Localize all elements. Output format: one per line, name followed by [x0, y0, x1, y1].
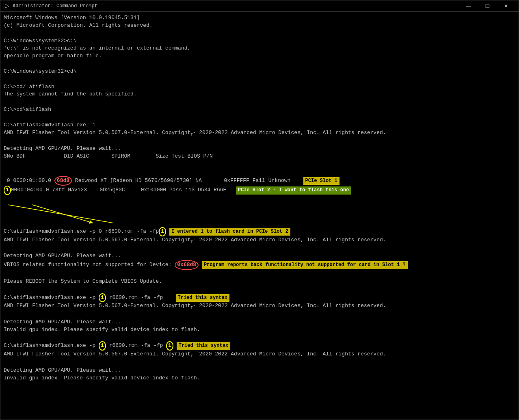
highlight-1-cmd1: 1 [159, 227, 166, 236]
line-23: 10000:04:00.0 73ff Navi23 GD25Q80C 0x100… [4, 186, 515, 195]
window: C> Administrator: Command Prompt — ❐ ✕ M… [0, 0, 519, 420]
line-48 [4, 413, 515, 420]
terminal-content[interactable]: Microsoft Windows [Version 10.0.19045.51… [0, 12, 519, 420]
line-2: (c) Microsoft Corporation. All rights re… [4, 22, 515, 30]
line-13: C:\>cd\atiflash [4, 106, 515, 114]
line-17 [4, 137, 515, 145]
line-37: Invalid gpu index. Please specify valid … [4, 326, 515, 334]
close-button[interactable]: ✕ [497, 0, 515, 12]
line-15: C:\atiflash>amdvbflash.exe -i [4, 121, 515, 129]
line-46 [4, 397, 515, 405]
line-42: Detecting AMD GPU/APU. Please wait... [4, 367, 515, 375]
line-41 [4, 359, 515, 367]
pcie-slot1-label: PCIe Slot 1 [303, 177, 340, 185]
line-12 [4, 98, 515, 106]
minimize-button[interactable]: — [459, 0, 478, 12]
line-21 [4, 168, 515, 176]
tried-syntax-label1: Tried this syntax [176, 294, 229, 302]
titlebar: C> Administrator: Command Prompt — ❐ ✕ [0, 0, 519, 12]
highlight-1-cmd3b: 1 [166, 341, 173, 351]
line-18: Detecting AMD GPU/APU. Please wait... [4, 145, 515, 153]
window-title: Administrator: Command Prompt [13, 3, 459, 9]
line-28: Detecting AMD GPU/APU. Please wait... [4, 252, 515, 260]
line-10: C:\>cd/ atiflash [4, 83, 515, 91]
line-39: C:\atiflash>amdvbflash.exe -p 1 r6600.ro… [4, 341, 515, 351]
line-40: AMD IFWI Flasher Tool Version 5.0.567.0-… [4, 351, 515, 359]
line-29: VBIOS related functionality not supporte… [4, 260, 515, 270]
line-3 [4, 30, 515, 37]
highlight-68d8: 68d8 [54, 176, 72, 186]
maximize-button[interactable]: ❐ [478, 0, 497, 12]
line-36: Detecting AMD GPU/APU. Please wait... [4, 318, 515, 326]
line-30 [4, 270, 515, 278]
entered-1-label: I entered 1 to flash card in PCIe Slot 2 [169, 228, 290, 236]
line-14 [4, 114, 515, 121]
line-26: AMD IFWI Flasher Tool Version 5.0.567.0-… [4, 236, 515, 245]
line-35 [4, 311, 515, 318]
line-8: C:\Windows\system32>cd\ [4, 68, 515, 76]
line-19: SNo BDF DID ASIC SPIROM Size Test BIOS P… [4, 153, 515, 160]
pcie-slot2-label: PCIe Slot 2 - I want to flash this one [236, 186, 351, 194]
line-5: 'c:\' is not recognized as an internal o… [4, 45, 515, 52]
line-25: C:\atiflash>amdvbflash.exe -p 0 r6600.ro… [4, 227, 515, 236]
line-45 [4, 390, 515, 397]
line-44 [4, 382, 515, 390]
line-6: operable program or batch file. [4, 52, 515, 60]
line-20: ________________________________________… [4, 160, 515, 168]
line-16: AMD IFWI Flasher Tool Version 5.0.567.0-… [4, 129, 515, 138]
highlight-1-slot2: 1 [4, 186, 11, 195]
line-22: 0 0000:01:00.0 68d8 Redwood XT [Radeon H… [4, 176, 515, 186]
tried-syntax-label2: Tried this syntax [177, 342, 230, 350]
line-7 [4, 60, 515, 68]
line-33: C:\atiflash>amdvbflash.exe -p 1 r6600.ro… [4, 293, 515, 303]
highlight-0x68d8: 0x68d8 [175, 260, 199, 270]
not-supported-label: Program reports back functionality not s… [202, 261, 408, 269]
line-34: AMD IFWI Flasher Tool Version 5.0.567.0-… [4, 302, 515, 311]
line-32 [4, 286, 515, 293]
titlebar-controls: — ❐ ✕ [459, 0, 515, 12]
annotation-svg [4, 203, 166, 227]
line-38 [4, 334, 515, 342]
line-1: Microsoft Windows [Version 10.0.19045.51… [4, 14, 515, 22]
window-icon: C> [4, 3, 10, 9]
svg-text:C>: C> [4, 4, 9, 9]
svg-line-2 [32, 205, 93, 223]
svg-line-3 [8, 205, 113, 223]
line-11: The system cannot find the path specifie… [4, 91, 515, 98]
line-27 [4, 245, 515, 253]
highlight-1-cmd2: 1 [99, 293, 106, 303]
line-43: Invalid gpu index. Please specify valid … [4, 375, 515, 382]
line-24 [4, 195, 515, 203]
line-31: Please REBOOT the System to Complete VBI… [4, 278, 515, 286]
line-9 [4, 76, 515, 83]
line-4: C:\Windows\system32>c:\ [4, 37, 515, 45]
annotation-area [4, 203, 515, 227]
line-47 [4, 405, 515, 413]
highlight-1-cmd3a: 1 [99, 341, 106, 351]
